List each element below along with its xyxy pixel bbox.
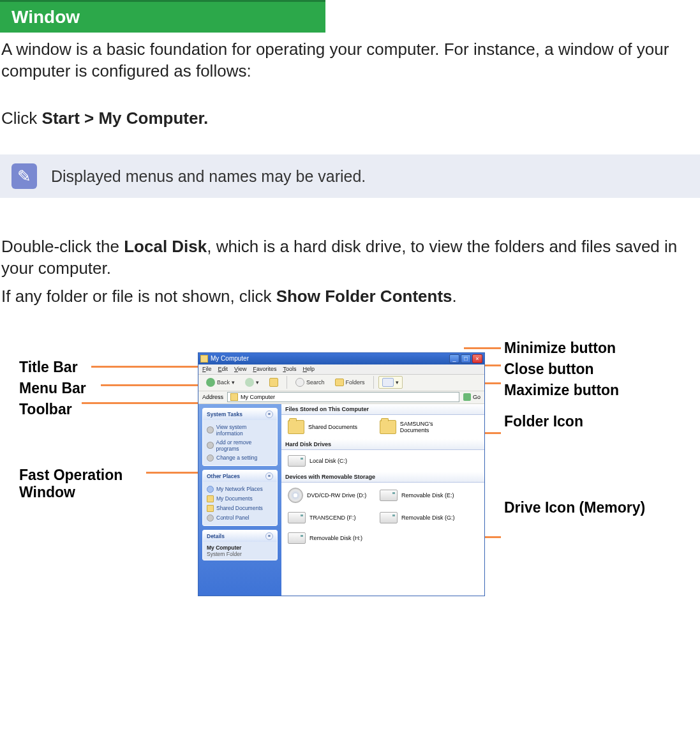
menu-file[interactable]: File — [202, 366, 212, 373]
para3-b: Show Folder Contents — [276, 287, 452, 306]
title-bar[interactable]: My Computer _ □ × — [198, 353, 484, 364]
menu-favorites[interactable]: Favorites — [253, 366, 276, 373]
collapse-icon[interactable]: « — [265, 472, 273, 480]
menu-bar[interactable]: File Edit View Favorites Tools Help — [198, 364, 484, 375]
task-add-remove-programs[interactable]: Add or remove programs — [207, 438, 273, 453]
drive-label: Removable Disk (H:) — [309, 535, 362, 541]
collapse-icon[interactable]: « — [265, 532, 273, 540]
menu-view[interactable]: View — [234, 366, 246, 373]
place-label: My Documents — [216, 495, 253, 502]
maximize-button[interactable]: □ — [461, 354, 471, 363]
note-text: Displayed menus and names may be varied. — [51, 167, 366, 186]
intro-paragraph: A window is a basic foundation for opera… — [1, 39, 699, 82]
up-icon — [269, 378, 278, 387]
task-change-setting[interactable]: Change a setting — [207, 453, 273, 463]
forward-button[interactable]: ▾ — [241, 376, 263, 389]
drive-label: DVD/CD-RW Drive (D:) — [307, 492, 366, 499]
details-name: My Computer — [207, 544, 273, 551]
settings-icon — [207, 454, 214, 462]
callout-folder-icon: Folder Icon — [504, 413, 696, 430]
para2-b: Local Disk — [124, 237, 207, 256]
minimize-button[interactable]: _ — [449, 354, 459, 363]
folder-label: Shared Documents — [308, 424, 357, 430]
folders-button[interactable]: Folders — [331, 377, 369, 388]
callout-line — [82, 402, 205, 404]
callout-maximize-button: Maximize button — [504, 382, 696, 399]
info-icon — [207, 426, 214, 433]
place-shared-documents[interactable]: Shared Documents — [207, 504, 273, 513]
folders-label: Folders — [346, 379, 365, 386]
callout-menu-bar: Menu Bar — [19, 380, 185, 397]
search-label: Search — [306, 379, 325, 386]
close-button[interactable]: × — [472, 354, 482, 363]
control-panel-icon — [207, 514, 214, 522]
drive-removable-h[interactable]: Removable Disk (H:) — [288, 532, 371, 544]
folder-icon — [288, 420, 304, 434]
my-computer-icon — [230, 393, 238, 401]
callout-line — [464, 347, 501, 349]
left-callout-labels: Title Bar Menu Bar Toolbar Fast Operatio… — [19, 359, 185, 505]
drive-dvd-cdrw-d[interactable]: DVD/CD-RW Drive (D:) — [288, 488, 371, 503]
hard-drive-icon — [288, 455, 306, 467]
address-label: Address — [202, 394, 223, 400]
menu-edit[interactable]: Edit — [218, 366, 228, 373]
system-tasks-panel: System Tasks« View system information Ad… — [202, 408, 278, 466]
section-header: Window — [0, 0, 325, 33]
para2-a: Double-click the — [1, 237, 124, 256]
place-control-panel[interactable]: Control Panel — [207, 513, 273, 523]
callout-close-button: Close button — [504, 361, 696, 378]
my-computer-window: My Computer _ □ × File Edit View Favorit… — [198, 352, 485, 596]
forward-icon — [245, 378, 254, 387]
details-header[interactable]: Details« — [203, 530, 277, 542]
system-tasks-title: System Tasks — [207, 411, 242, 417]
callout-line — [101, 384, 209, 386]
toolbar: Back ▾ ▾ Search Folders ▾ — [198, 375, 484, 391]
go-button[interactable]: Go — [463, 393, 480, 401]
toolbar-separator — [373, 376, 374, 389]
place-my-documents[interactable]: My Documents — [207, 494, 273, 504]
my-computer-icon — [200, 355, 208, 363]
callout-drive-icon: Drive Icon (Memory) — [504, 499, 696, 516]
paragraph-showcontents: If any folder or file is not shown, clic… — [1, 286, 699, 308]
back-button[interactable]: Back ▾ — [202, 376, 239, 389]
collapse-icon[interactable]: « — [265, 410, 273, 418]
folder-shared-documents[interactable]: Shared Documents — [288, 420, 371, 434]
task-pane: System Tasks« View system information Ad… — [198, 404, 281, 596]
search-button[interactable]: Search — [292, 376, 329, 389]
drive-removable-g[interactable]: Removable Disk (G:) — [380, 512, 463, 523]
note-box: ✎ Displayed menus and names may be varie… — [0, 154, 700, 198]
menu-help[interactable]: Help — [302, 366, 315, 373]
views-button[interactable]: ▾ — [378, 376, 403, 389]
category-files-stored: Files Stored on This Computer — [281, 404, 484, 415]
task-view-system-info[interactable]: View system information — [207, 423, 273, 438]
para3-c: . — [452, 287, 457, 306]
drive-label: Local Disk (C:) — [309, 458, 347, 464]
network-icon — [207, 486, 214, 493]
removable-drive-icon — [380, 512, 398, 523]
window-diagram: Title Bar Menu Bar Toolbar Fast Operatio… — [0, 340, 700, 672]
views-icon — [382, 378, 394, 387]
folders-icon — [335, 379, 344, 386]
drive-label: TRANSCEND (F:) — [309, 514, 356, 521]
place-my-network[interactable]: My Network Places — [207, 484, 273, 494]
search-icon — [295, 378, 304, 387]
task-label: Add or remove programs — [216, 439, 273, 452]
system-tasks-header[interactable]: System Tasks« — [203, 409, 277, 420]
up-button[interactable] — [265, 376, 282, 389]
address-field[interactable]: My Computer — [227, 392, 459, 402]
back-label: Back — [217, 379, 230, 386]
back-icon — [206, 378, 215, 387]
optical-drive-icon — [288, 488, 303, 503]
details-type: System Folder — [207, 551, 273, 557]
drive-local-disk-c[interactable]: Local Disk (C:) — [288, 455, 371, 467]
drive-transcend-f[interactable]: TRANSCEND (F:) — [288, 512, 371, 523]
folder-samsung-documents[interactable]: SAMSUNG's Documents — [380, 420, 463, 434]
instr-prefix: Click — [1, 109, 42, 128]
other-places-header[interactable]: Other Places« — [203, 470, 277, 482]
other-places-panel: Other Places« My Network Places My Docum… — [202, 470, 278, 526]
drive-removable-e[interactable]: Removable Disk (E:) — [380, 488, 463, 503]
folder-icon — [380, 420, 396, 434]
menu-tools[interactable]: Tools — [283, 366, 296, 373]
callout-line — [146, 472, 204, 474]
callout-minimize-button: Minimize button — [504, 340, 696, 357]
